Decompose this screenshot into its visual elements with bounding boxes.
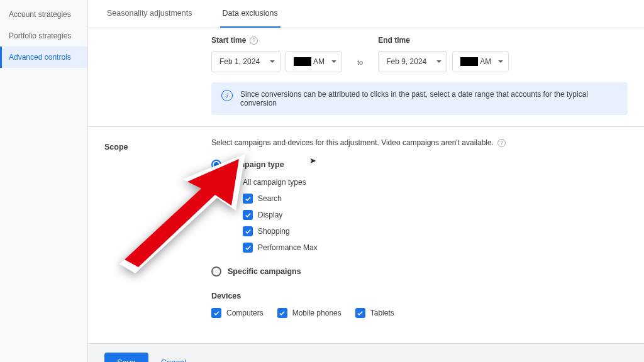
type-label: Display [258, 211, 282, 219]
campaign-type-label: Campaign type [228, 160, 284, 169]
dates-card: Start time ? Feb 1, 2024 AM [88, 28, 644, 127]
all-types-label: All campaign types [243, 178, 306, 187]
tab-data-exclusions[interactable]: Data exclusions [220, 0, 280, 28]
specific-campaigns-label: Specific campaigns [228, 267, 301, 276]
start-time-label: Start time ? [211, 36, 342, 45]
chevron-down-icon [436, 60, 441, 63]
type-label: Shopping [258, 227, 290, 236]
type-search-checkbox[interactable] [243, 194, 253, 204]
start-date-picker[interactable]: Feb 1, 2024 [211, 51, 280, 72]
left-rail: Account strategies Portfolio strategies … [0, 0, 88, 362]
type-pmax-checkbox[interactable] [243, 243, 253, 253]
sidebar-item-portfolio-strategies[interactable]: Portfolio strategies [0, 25, 87, 47]
device-label: Tablets [370, 309, 394, 317]
info-icon: i [221, 90, 233, 101]
device-label: Mobile phones [292, 309, 341, 317]
end-date-picker[interactable]: Feb 9, 2024 [378, 51, 447, 72]
scope-heading: Scope [104, 143, 128, 151]
chevron-down-icon [270, 60, 275, 63]
type-display-checkbox[interactable] [243, 210, 253, 220]
campaign-type-radio[interactable] [211, 160, 221, 170]
help-icon[interactable]: ? [497, 139, 506, 147]
start-time-picker[interactable]: AM [286, 51, 342, 72]
cancel-button[interactable]: Cancel [161, 358, 186, 362]
device-mobile-checkbox[interactable] [277, 308, 287, 318]
device-label: Computers [226, 309, 264, 317]
device-computers-checkbox[interactable] [211, 308, 221, 318]
tab-seasonality[interactable]: Seasonality adjustments [104, 0, 195, 28]
chevron-down-icon [331, 60, 336, 63]
tabs: Seasonality adjustments Data exclusions [88, 0, 644, 28]
type-label: Performance Max [258, 243, 318, 252]
devices-title: Devices [211, 292, 628, 300]
type-shopping-checkbox[interactable] [243, 226, 253, 236]
scope-card: Scope Select campaigns and devices for t… [88, 127, 644, 344]
footer-bar: Save Cancel [88, 344, 644, 362]
end-time-label: End time [378, 36, 509, 45]
info-banner: i Since conversions can be attributed to… [211, 82, 628, 115]
save-button[interactable]: Save [104, 353, 148, 362]
sidebar-item-account-strategies[interactable]: Account strategies [0, 4, 87, 25]
device-tablets-checkbox[interactable] [355, 308, 365, 318]
end-time-picker[interactable]: AM [452, 51, 509, 72]
all-types-checkbox[interactable] [228, 177, 238, 187]
help-icon[interactable]: ? [250, 36, 258, 45]
scope-description: Select campaigns and devices for this ad… [211, 138, 628, 147]
type-label: Search [258, 194, 282, 203]
chevron-down-icon [498, 60, 503, 63]
to-label: to [357, 58, 363, 72]
specific-campaigns-radio[interactable] [211, 266, 221, 277]
sidebar-item-advanced-controls[interactable]: Advanced controls [0, 47, 87, 68]
